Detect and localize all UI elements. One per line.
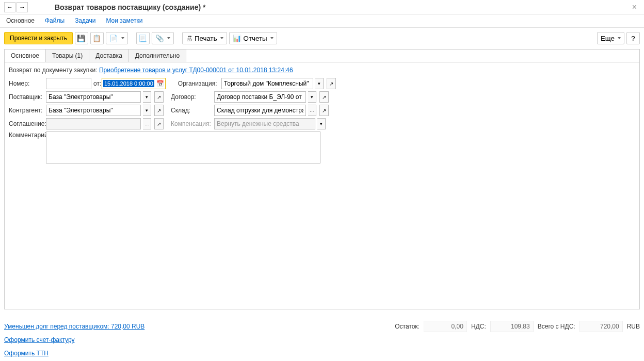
post-button[interactable]: 📋 (90, 32, 104, 44)
counter-dropdown[interactable]: ▾ (143, 105, 151, 116)
post-icon: 📋 (92, 35, 101, 42)
reports-button[interactable]: 📊Отчеты (229, 32, 277, 44)
invoice-link[interactable]: Оформить счет-фактуру (4, 336, 144, 343)
contract-dropdown[interactable]: ▾ (308, 91, 316, 103)
form-body: Возврат по документу закупки: Приобретен… (4, 62, 640, 309)
save-icon: 💾 (77, 35, 86, 42)
warehouse-label: Склад: (171, 107, 212, 114)
date-value: 15.01.2018 0:00:00 (103, 80, 154, 87)
footer-links: Уменьшен долг перед поставщиком: 720,00 … (4, 323, 144, 357)
source-doc-link[interactable]: Приобретение товаров и услуг ТД00-000001… (99, 67, 293, 74)
arrow-left-icon: ← (7, 4, 13, 11)
counter-input[interactable] (46, 105, 141, 116)
vat-label: НДС: (471, 323, 486, 330)
supplier-label: Поставщик: (9, 93, 44, 101)
print-button[interactable]: 🖨Печать (182, 32, 227, 44)
attach-icon: 📎 (155, 35, 164, 42)
close-button[interactable]: × (629, 3, 640, 12)
total-label: Всего с НДС: (538, 323, 575, 330)
total-value: 720,00 (579, 321, 623, 332)
page-title: Возврат товаров поставщику (создание) * (55, 3, 205, 11)
balance-value: 0,00 (424, 321, 467, 332)
structure-button[interactable]: 📃 (136, 32, 150, 44)
org-input[interactable] (221, 78, 313, 89)
tab-goods[interactable]: Товары (1) (46, 50, 89, 62)
supplier-open[interactable]: ↗ (154, 91, 164, 103)
warehouse-dropdown[interactable]: ... (308, 105, 316, 116)
currency-label: RUB (627, 323, 640, 330)
toolbar: Провести и закрыть 💾 📋 📄 📃 📎 🖨Печать 📊От… (0, 28, 644, 49)
header-bar: ← → Возврат товаров поставщику (создание… (0, 0, 644, 14)
more-button[interactable]: Еще (597, 32, 624, 44)
top-tab-tasks[interactable]: Задачи (73, 16, 98, 25)
warehouse-input[interactable] (214, 105, 306, 116)
contract-open[interactable]: ↗ (319, 91, 329, 103)
org-dropdown[interactable]: ▾ (315, 78, 324, 89)
forward-button[interactable]: → (17, 2, 28, 12)
tab-main[interactable]: Основное (5, 50, 46, 62)
comment-label: Комментарий: (9, 132, 44, 139)
contract-label: Договор: (171, 93, 212, 101)
structure-icon: 📃 (138, 35, 147, 42)
supplier-input[interactable] (46, 91, 141, 103)
back-button[interactable]: ← (4, 2, 15, 12)
source-doc-label: Возврат по документу закупки: (9, 67, 98, 74)
debt-link[interactable]: Уменьшен долг перед поставщиком: 720,00 … (4, 323, 144, 330)
top-tab-files[interactable]: Файлы (43, 16, 67, 25)
counter-open[interactable]: ↗ (154, 105, 164, 116)
attach-button[interactable]: 📎 (152, 32, 174, 44)
balance-label: Остаток: (395, 323, 420, 330)
number-label: Номер: (9, 80, 44, 87)
compens-input (214, 118, 315, 129)
reports-icon: 📊 (233, 35, 242, 42)
tab-additional[interactable]: Дополнительно (129, 50, 186, 62)
form-tabs: Основное Товары (1) Доставка Дополнитель… (4, 49, 640, 62)
close-icon: × (632, 3, 637, 11)
arrow-right-icon: → (19, 4, 25, 11)
vat-value: 109,83 (490, 321, 534, 332)
print-icon: 🖨 (186, 35, 192, 42)
createbased-button[interactable]: 📄 (106, 32, 128, 44)
comment-textarea[interactable] (46, 132, 320, 163)
top-tab-notes[interactable]: Мои заметки (104, 16, 144, 25)
ttn-link[interactable]: Оформить ТТН (4, 350, 144, 357)
org-open[interactable]: ↗ (327, 78, 336, 89)
counter-label: Контрагент: (9, 107, 44, 114)
top-tab-main[interactable]: Основное (4, 16, 37, 25)
footer-totals: Остаток: 0,00 НДС: 109,83 Всего с НДС: 7… (395, 321, 640, 332)
calendar-icon[interactable]: 📅 (156, 80, 164, 87)
top-tabs: Основное Файлы Задачи Мои заметки (0, 14, 644, 28)
from-label: от: (93, 80, 100, 87)
compens-dropdown: ▾ (317, 118, 326, 129)
number-input[interactable] (46, 78, 91, 89)
compens-label: Компенсация: (171, 120, 212, 127)
contract-input[interactable] (214, 91, 306, 103)
createbased-icon: 📄 (109, 35, 118, 42)
save-button[interactable]: 💾 (75, 32, 88, 44)
warehouse-open[interactable]: ↗ (319, 105, 329, 116)
date-input[interactable]: 15.01.2018 0:00:00 📅 (102, 78, 166, 89)
supplier-dropdown[interactable]: ▾ (143, 91, 151, 103)
tab-delivery[interactable]: Доставка (89, 50, 129, 62)
help-button[interactable]: ? (626, 32, 640, 44)
agreement-label: Соглашение: (9, 120, 44, 127)
org-label: Организация: (178, 80, 219, 87)
agreement-open[interactable]: ↗ (154, 118, 164, 129)
post-close-button[interactable]: Провести и закрыть (4, 32, 73, 44)
agreement-input (46, 118, 141, 129)
agreement-dropdown: ... (143, 118, 151, 129)
